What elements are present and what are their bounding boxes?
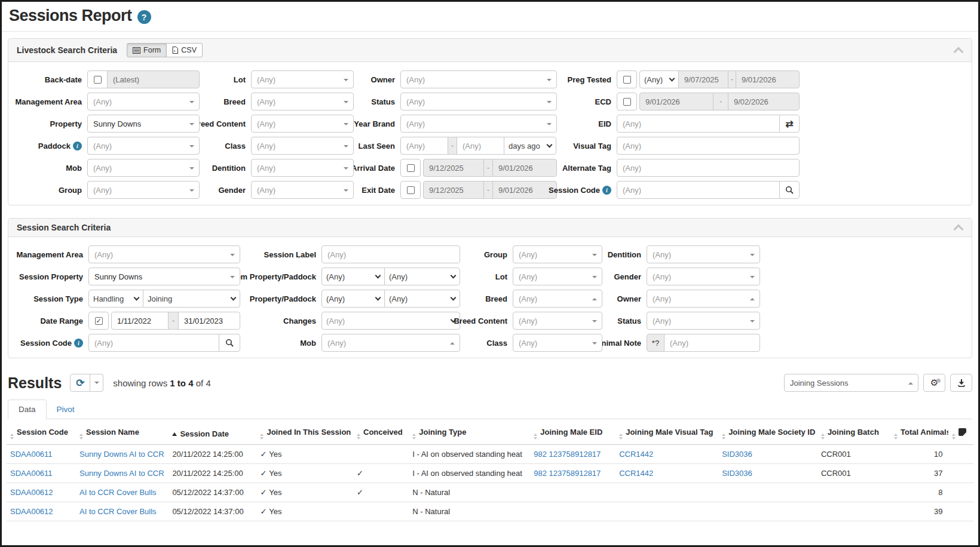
gender-select[interactable]: (Any) <box>251 181 354 199</box>
male-eid-link[interactable] <box>530 502 615 521</box>
session-code-link[interactable]: SDAA00612 <box>7 483 76 502</box>
session-name-link[interactable]: AI to CCR Cover Bulls <box>76 483 169 502</box>
info-icon[interactable]: i <box>602 186 611 195</box>
male-visual-tag-link[interactable] <box>615 483 718 502</box>
preg-tested-from[interactable]: 9/07/2025 <box>678 70 728 88</box>
session-property-select[interactable]: Sunny Downs <box>88 268 240 285</box>
col-conceived[interactable]: Conceived <box>353 423 409 445</box>
session-code-link[interactable]: SDAA00611 <box>7 464 76 483</box>
s-gender-select[interactable]: (Any) <box>647 268 760 285</box>
male-society-id-link[interactable] <box>718 502 817 521</box>
dentition-select[interactable]: (Any) <box>251 159 354 177</box>
col-joining-type[interactable]: Joining Type <box>409 423 530 445</box>
arrival-date-from[interactable]: 9/12/2025 <box>423 159 484 177</box>
date-range-checkbox[interactable]: ✓ <box>88 312 109 330</box>
collapse-panel-icon[interactable] <box>954 45 963 55</box>
property-select-2[interactable]: (Any) <box>321 290 385 308</box>
info-icon[interactable]: i <box>74 339 83 348</box>
preg-tested-checkbox[interactable] <box>617 70 637 88</box>
session-code-input[interactable]: (Any) <box>617 181 780 199</box>
s-status-select[interactable]: (Any) <box>647 312 760 330</box>
exit-date-from[interactable]: 9/12/2025 <box>423 181 484 199</box>
visual-tag-input[interactable]: (Any) <box>617 137 800 155</box>
col-total-animals[interactable]: Total Animals <box>890 423 948 445</box>
session-name-link[interactable]: Sunny Downs AI to CCR <box>76 464 169 483</box>
session-name-link[interactable]: AI to CCR Cover Bulls <box>76 502 169 521</box>
lot-select[interactable]: (Any) <box>251 70 354 88</box>
session-code-search-button[interactable] <box>779 181 800 199</box>
exit-date-to[interactable]: 9/01/2026 <box>492 181 557 199</box>
info-icon[interactable]: i <box>73 142 82 150</box>
male-visual-tag-link[interactable]: CCR1442 <box>615 445 718 464</box>
col-notes[interactable] <box>948 423 973 445</box>
download-button[interactable] <box>950 374 972 392</box>
s-mob-select[interactable]: (Any) <box>321 334 460 352</box>
male-society-id-link[interactable]: SID3036 <box>718 464 817 483</box>
s-lot-select[interactable]: (Any) <box>513 268 602 285</box>
back-date-checkbox[interactable] <box>87 70 108 88</box>
s-owner-select[interactable]: (Any) <box>647 290 760 308</box>
col-joined[interactable]: Joined In This Session <box>256 423 353 445</box>
col-session-code[interactable]: Session Code <box>7 423 76 445</box>
s-class-select[interactable]: (Any) <box>513 334 602 352</box>
date-range-to-input[interactable]: 31/01/2023 <box>178 312 240 330</box>
session-name-link[interactable]: Sunny Downs AI to CCR <box>76 445 169 464</box>
male-visual-tag-link[interactable]: CCR1442 <box>615 464 718 483</box>
col-male-visual-tag[interactable]: Joining Male Visual Tag <box>615 423 718 445</box>
session-code-link[interactable]: SDAA00612 <box>7 502 76 521</box>
preg-tested-select[interactable]: (Any) <box>639 70 679 88</box>
male-visual-tag-link[interactable] <box>615 502 718 521</box>
status-select[interactable]: (Any) <box>400 93 557 110</box>
management-area-select[interactable]: (Any) <box>87 93 200 110</box>
s-dentition-select[interactable]: (Any) <box>647 245 760 263</box>
refresh-options-button[interactable] <box>90 374 103 392</box>
s-management-area-select[interactable]: (Any) <box>88 245 240 263</box>
tab-pivot[interactable]: Pivot <box>47 400 85 419</box>
form-button[interactable]: Form <box>127 43 167 57</box>
ecd-from[interactable]: 9/01/2026 <box>639 93 713 110</box>
last-seen-from-input[interactable]: (Any) <box>400 137 448 155</box>
last-seen-to-input[interactable]: (Any) <box>457 137 504 155</box>
eid-input[interactable]: (Any) <box>617 115 780 133</box>
mob-select[interactable]: (Any) <box>87 159 200 177</box>
tab-data[interactable]: Data <box>8 400 47 419</box>
session-label-input[interactable]: (Any) <box>321 245 460 263</box>
from-paddock-select[interactable]: (Any) <box>384 268 460 285</box>
last-seen-unit-select[interactable]: days ago <box>504 137 556 155</box>
male-society-id-link[interactable] <box>718 483 817 502</box>
s-breed-select[interactable]: (Any) <box>513 290 602 308</box>
s-session-code-search-button[interactable] <box>219 334 240 352</box>
arrival-date-to[interactable]: 9/01/2026 <box>492 159 557 177</box>
male-eid-link[interactable] <box>530 483 615 502</box>
exit-date-checkbox[interactable] <box>400 181 421 199</box>
breed-select[interactable]: (Any) <box>251 93 354 110</box>
help-icon[interactable]: ? <box>137 10 151 24</box>
s-breed-content-select[interactable]: (Any) <box>513 312 602 330</box>
back-date-input[interactable]: (Latest) <box>107 70 200 88</box>
paddock-select[interactable]: (Any) <box>87 137 200 155</box>
male-eid-link[interactable]: 982 123758912817 <box>530 445 615 464</box>
male-eid-link[interactable]: 982 123758912817 <box>530 464 615 483</box>
col-male-society-id[interactable]: Joining Male Society ID <box>718 423 817 445</box>
s-session-code-input[interactable]: (Any) <box>88 334 219 352</box>
settings-button[interactable]: ⚙ <box>923 374 945 392</box>
owner-select[interactable]: (Any) <box>400 70 557 88</box>
changes-select[interactable]: (Any) <box>321 312 460 330</box>
male-society-id-link[interactable]: SID3036 <box>718 445 817 464</box>
col-male-eid[interactable]: Joining Male EID <box>530 423 615 445</box>
csv-button[interactable]: x CSV <box>167 43 203 57</box>
session-type-select-1[interactable]: Handling <box>88 290 143 308</box>
arrival-date-checkbox[interactable] <box>400 159 421 177</box>
paddock-select-2[interactable]: (Any) <box>384 290 460 308</box>
from-property-select[interactable]: (Any) <box>321 268 385 285</box>
year-brand-select[interactable]: (Any) <box>400 115 557 133</box>
col-session-date[interactable]: Session Date <box>169 423 256 445</box>
ecd-checkbox[interactable] <box>617 93 637 110</box>
s-group-select[interactable]: (Any) <box>513 245 602 263</box>
session-code-link[interactable]: SDAA00611 <box>7 445 76 464</box>
ecd-to[interactable]: 9/02/2026 <box>728 93 800 110</box>
report-view-select[interactable]: Joining Sessions <box>784 374 918 392</box>
class-select[interactable]: (Any) <box>251 137 354 155</box>
collapse-panel-icon[interactable] <box>954 223 963 232</box>
col-joining-batch[interactable]: Joining Batch <box>817 423 890 445</box>
